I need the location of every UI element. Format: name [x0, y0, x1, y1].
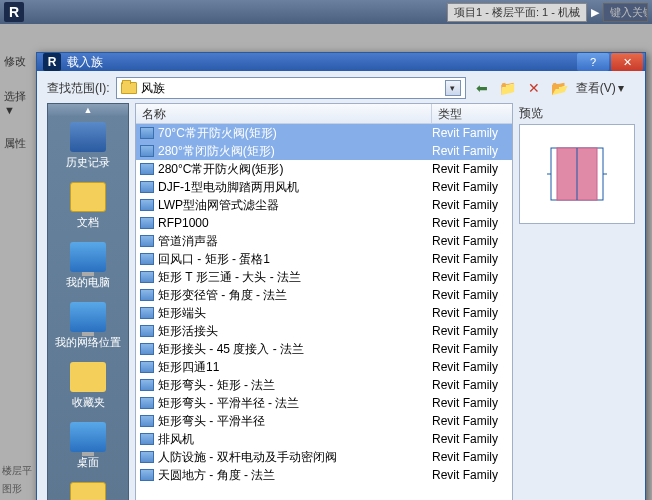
file-row[interactable]: LWP型油网管式滤尘器Revit Family: [136, 196, 512, 214]
ribbon-search-input[interactable]: 键入关键: [603, 3, 648, 22]
new-folder-icon[interactable]: 📂: [550, 78, 570, 98]
file-row[interactable]: 矩形端头Revit Family: [136, 304, 512, 322]
rfa-file-icon: [140, 217, 154, 229]
list-header[interactable]: 名称 类型: [136, 104, 512, 124]
file-type: Revit Family: [432, 396, 508, 410]
help-button[interactable]: ?: [577, 53, 609, 71]
file-row[interactable]: 280°C常开防火阀(矩形)Revit Family: [136, 160, 512, 178]
places-item[interactable]: 文档: [48, 176, 128, 236]
file-name: 矩形弯头 - 矩形 - 法兰: [158, 377, 428, 394]
up-folder-icon[interactable]: 📁: [498, 78, 518, 98]
file-row[interactable]: 天圆地方 - 角度 - 法兰Revit Family: [136, 466, 512, 484]
place-label: 我的电脑: [50, 275, 126, 290]
file-type: Revit Family: [432, 342, 508, 356]
file-row[interactable]: 矩形变径管 - 角度 - 法兰Revit Family: [136, 286, 512, 304]
file-row[interactable]: 管道消声器Revit Family: [136, 232, 512, 250]
view-menu[interactable]: 查看(V) ▾: [576, 80, 624, 97]
place-star-icon: [70, 362, 106, 392]
places-item[interactable]: 我的电脑: [48, 236, 128, 296]
place-monitor-icon: [70, 242, 106, 272]
rfa-file-icon: [140, 451, 154, 463]
rfa-file-icon: [140, 325, 154, 337]
place-monitor-icon: [70, 422, 106, 452]
back-icon[interactable]: ⬅: [472, 78, 492, 98]
rfa-file-icon: [140, 127, 154, 139]
file-type: Revit Family: [432, 198, 508, 212]
file-row[interactable]: 排风机Revit Family: [136, 430, 512, 448]
col-name-header[interactable]: 名称: [136, 104, 432, 123]
rfa-file-icon: [140, 199, 154, 211]
file-type: Revit Family: [432, 270, 508, 284]
places-item[interactable]: 桌面: [48, 416, 128, 476]
rfa-file-icon: [140, 307, 154, 319]
file-row[interactable]: 矩形活接头Revit Family: [136, 322, 512, 340]
delete-icon[interactable]: ✕: [524, 78, 544, 98]
file-row[interactable]: 280°常闭防火阀(矩形)Revit Family: [136, 142, 512, 160]
file-row[interactable]: 矩形四通11Revit Family: [136, 358, 512, 376]
file-type: Revit Family: [432, 144, 508, 158]
file-type: Revit Family: [432, 162, 508, 176]
file-row[interactable]: 矩形 T 形三通 - 大头 - 法兰Revit Family: [136, 268, 512, 286]
rfa-file-icon: [140, 163, 154, 175]
dialog-titlebar[interactable]: R 载入族 ? ✕: [37, 53, 645, 71]
rfa-file-icon: [140, 271, 154, 283]
place-folder-icon: [70, 182, 106, 212]
file-list[interactable]: 70°C常开防火阀(矩形)Revit Family280°常闭防火阀(矩形)Re…: [136, 124, 512, 500]
file-name: 矩形 T 形三通 - 大头 - 法兰: [158, 269, 428, 286]
file-type: Revit Family: [432, 468, 508, 482]
file-name: 280°常闭防火阀(矩形): [158, 143, 428, 160]
place-hist-icon: [70, 122, 106, 152]
app-ribbon: R 项目1 - 楼层平面: 1 - 机械 ▶ 键入关键: [0, 0, 652, 24]
file-type: Revit Family: [432, 414, 508, 428]
file-name: 矩形四通11: [158, 359, 428, 376]
places-item[interactable]: 历史记录: [48, 116, 128, 176]
chevron-down-icon[interactable]: ▾: [445, 80, 461, 96]
file-type: Revit Family: [432, 450, 508, 464]
place-label: 我的网络位置: [50, 335, 126, 350]
rfa-file-icon: [140, 343, 154, 355]
places-item[interactable]: 我的网络位置: [48, 296, 128, 356]
file-row[interactable]: 回风口 - 矩形 - 蛋格1Revit Family: [136, 250, 512, 268]
file-type: Revit Family: [432, 252, 508, 266]
file-name: 矩形接头 - 45 度接入 - 法兰: [158, 341, 428, 358]
file-type: Revit Family: [432, 324, 508, 338]
lookin-value: 风族: [141, 80, 165, 97]
place-label: 文档: [50, 215, 126, 230]
rfa-file-icon: [140, 361, 154, 373]
file-row[interactable]: DJF-1型电动脚踏两用风机Revit Family: [136, 178, 512, 196]
lookin-dropdown[interactable]: 风族 ▾: [116, 77, 466, 99]
file-row[interactable]: 70°C常开防火阀(矩形)Revit Family: [136, 124, 512, 142]
file-type: Revit Family: [432, 306, 508, 320]
file-name: 70°C常开防火阀(矩形): [158, 125, 428, 142]
file-type: Revit Family: [432, 234, 508, 248]
file-name: 矩形活接头: [158, 323, 428, 340]
file-name: 天圆地方 - 角度 - 法兰: [158, 467, 428, 484]
file-row[interactable]: 矩形弯头 - 平滑半径Revit Family: [136, 412, 512, 430]
bg-panel-labels: 修改 选择 ▼ 属性: [4, 54, 34, 171]
file-row[interactable]: 矩形弯头 - 矩形 - 法兰Revit Family: [136, 376, 512, 394]
rfa-file-icon: [140, 397, 154, 409]
preview-box: [519, 124, 635, 224]
file-row[interactable]: 矩形接头 - 45 度接入 - 法兰Revit Family: [136, 340, 512, 358]
dialog-title: 载入族: [67, 54, 103, 71]
rfa-file-icon: [140, 433, 154, 445]
places-scroll-up[interactable]: ▲: [48, 104, 128, 116]
rfa-file-icon: [140, 145, 154, 157]
place-folder-icon: [70, 482, 106, 500]
file-row[interactable]: 人防设施 - 双杆电动及手动密闭阀Revit Family: [136, 448, 512, 466]
file-name: DJF-1型电动脚踏两用风机: [158, 179, 428, 196]
places-item[interactable]: Metric Library: [48, 476, 128, 500]
col-type-header[interactable]: 类型: [432, 104, 512, 123]
close-button[interactable]: ✕: [611, 53, 643, 71]
file-row[interactable]: 矩形弯头 - 平滑半径 - 法兰Revit Family: [136, 394, 512, 412]
background-workspace: 修改 选择 ▼ 属性 楼层平 图形 R 载入族 ? ✕ 查找范围(I):: [0, 24, 652, 500]
file-name: LWP型油网管式滤尘器: [158, 197, 428, 214]
lookin-label: 查找范围(I):: [47, 80, 110, 97]
file-name: 矩形端头: [158, 305, 428, 322]
places-item[interactable]: 收藏夹: [48, 356, 128, 416]
file-type: Revit Family: [432, 126, 508, 140]
rfa-file-icon: [140, 379, 154, 391]
nav-right-icon[interactable]: ▶: [591, 6, 599, 19]
file-row[interactable]: RFP1000Revit Family: [136, 214, 512, 232]
file-name: 矩形变径管 - 角度 - 法兰: [158, 287, 428, 304]
